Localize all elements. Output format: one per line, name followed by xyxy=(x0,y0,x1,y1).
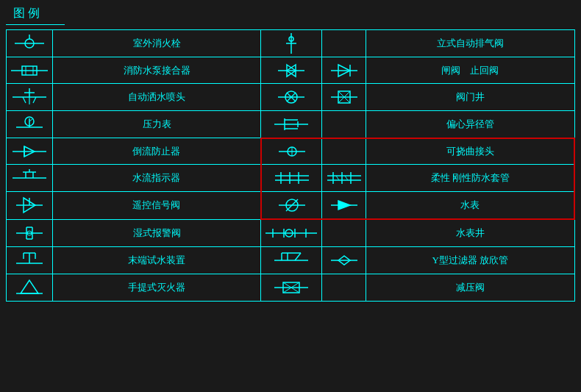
table-row: 消防水泵接合器 闸阀 止回阀 xyxy=(7,57,575,84)
label-cell: 自动洒水喷头 xyxy=(53,84,261,111)
symbol-cell xyxy=(261,57,322,84)
symbol-cell xyxy=(322,219,366,246)
symbol-cell xyxy=(7,192,53,220)
table-row: 压力表 偏心异径管 xyxy=(7,111,575,138)
symbol-cell xyxy=(7,246,53,274)
svg-marker-95 xyxy=(21,280,38,293)
table-row: 湿式报警阀 水表井 xyxy=(7,219,575,246)
symbol-cell xyxy=(261,246,322,274)
label-cell: 倒流防止器 xyxy=(53,138,261,165)
svg-line-19 xyxy=(23,97,26,103)
table-row: 自动洒水喷头 阀门井 xyxy=(7,84,575,111)
symbol-cell xyxy=(322,84,366,111)
label-cell: 阀门井 xyxy=(366,84,574,111)
table-row: 室外消火栓 立式自动排气阀 xyxy=(7,30,575,57)
symbol-cell xyxy=(7,138,53,165)
label-cell: 末端试水装置 xyxy=(53,246,261,274)
label-cell: 水表 xyxy=(366,192,574,220)
label-cell: 消防水泵接合器 xyxy=(53,57,261,84)
svg-marker-69 xyxy=(338,201,350,210)
symbol-cell xyxy=(261,84,322,111)
table-row: 遥控信号阀 水表 xyxy=(7,192,575,220)
symbol-cell xyxy=(322,192,366,220)
table-row: 手提式灭火器 减压阀 xyxy=(7,274,575,301)
symbol-cell xyxy=(7,30,53,57)
symbol-cell xyxy=(7,57,53,84)
symbol-cell xyxy=(7,165,53,192)
symbol-cell xyxy=(322,274,366,301)
label-cell: 偏心异径管 xyxy=(366,111,574,138)
label-cell: 手提式灭火器 xyxy=(53,274,261,301)
label-cell: 水流指示器 xyxy=(53,165,261,192)
symbol-cell xyxy=(322,30,366,57)
label-cell: 水表井 xyxy=(366,219,574,246)
symbol-cell xyxy=(7,219,53,246)
symbol-cell xyxy=(261,30,322,57)
symbol-cell xyxy=(322,111,366,138)
main-container: 图 例 室外消火栓 立式自动排气阀 xyxy=(0,0,581,392)
label-cell: 压力表 xyxy=(53,111,261,138)
symbol-cell xyxy=(7,111,53,138)
symbol-cell xyxy=(322,57,366,84)
table-row: 倒流防止器 可挠曲接头 xyxy=(7,138,575,165)
label-cell: 室外消火栓 xyxy=(53,30,261,57)
label-cell: 遥控信号阀 xyxy=(53,192,261,220)
symbol-cell xyxy=(261,192,322,220)
symbol-cell xyxy=(261,219,322,246)
label-cell: 立式自动排气阀 xyxy=(366,30,574,57)
symbol-cell xyxy=(322,138,366,165)
label-cell: 柔性 刚性防水套管 xyxy=(366,165,574,192)
label-cell: Y型过滤器 放欣管 xyxy=(366,246,574,274)
label-cell: 湿式报警阀 xyxy=(53,219,261,246)
svg-line-91 xyxy=(295,253,301,260)
svg-line-61 xyxy=(345,176,348,180)
symbol-cell xyxy=(261,274,322,301)
table-row: 水流指示器 xyxy=(7,165,575,192)
symbol-cell xyxy=(261,111,322,138)
label-cell: 减压阀 xyxy=(366,274,574,301)
title: 图 例 xyxy=(6,6,65,25)
symbol-cell xyxy=(261,138,322,165)
svg-line-21 xyxy=(33,97,36,103)
table-row: 末端试水装置 Y型过滤器 放欣管 xyxy=(7,246,575,274)
legend-table: 室外消火栓 立式自动排气阀 消防 xyxy=(6,29,575,302)
symbol-cell xyxy=(322,165,366,192)
symbol-cell xyxy=(261,165,322,192)
label-cell: 可挠曲接头 xyxy=(366,138,574,165)
label-cell: 闸阀 止回阀 xyxy=(366,57,574,84)
svg-line-60 xyxy=(336,176,339,180)
symbol-cell xyxy=(7,274,53,301)
symbol-cell xyxy=(322,246,366,274)
symbol-cell xyxy=(7,84,53,111)
